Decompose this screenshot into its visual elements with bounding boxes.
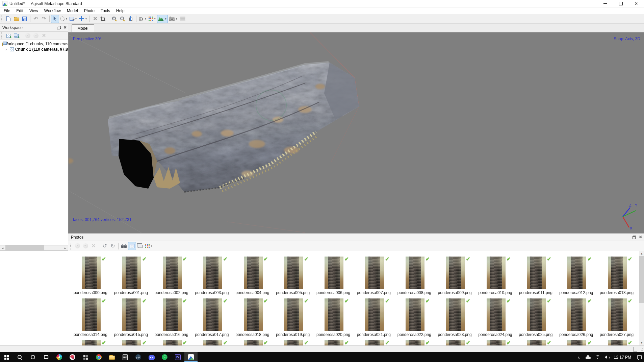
zoom-out-button[interactable] (119, 15, 127, 23)
photo-thumbnail[interactable]: ✔ponderosa020.png (313, 298, 354, 337)
photo-thumbnail[interactable]: ✔ponderosa014.png (70, 298, 111, 337)
photo-thumbnail[interactable]: ✔ (556, 340, 596, 345)
float-panel-icon[interactable] (633, 236, 636, 239)
select-arrow-button[interactable] (51, 15, 59, 23)
photo-thumbnail[interactable]: ✔ (273, 340, 313, 345)
photo-thumbnail[interactable]: ✔ponderosa012.png (556, 257, 596, 295)
taskbar-action-center[interactable] (635, 352, 644, 362)
menu-model[interactable]: Model (64, 8, 81, 14)
taskbar-app-grid[interactable] (79, 352, 92, 362)
photo-thumbnail[interactable]: ✔ponderosa008.png (394, 257, 435, 295)
tray-wifi[interactable] (593, 352, 602, 362)
photo-thumbnail[interactable]: ✔ponderosa018.png (232, 298, 273, 337)
tray-onedrive[interactable] (584, 352, 593, 362)
taskbar-steam[interactable] (132, 352, 145, 362)
new-document-button[interactable] (4, 15, 12, 23)
view-point-cloud-button[interactable]: ▼ (148, 15, 157, 23)
photo-thumbnail[interactable]: ✔ (70, 340, 111, 345)
photo-thumbnail[interactable]: ✔ponderosa025.png (515, 298, 556, 337)
photo-thumbnail[interactable]: ✔ponderosa023.png (435, 298, 475, 337)
rect-select-button[interactable]: ▼ (69, 15, 78, 23)
remove-x-button[interactable] (40, 32, 48, 40)
photo-thumbnail[interactable]: ✔ponderosa027.png (596, 298, 637, 337)
vscroll-track[interactable] (639, 256, 644, 340)
hscroll-track[interactable] (5, 245, 62, 251)
scroll-right-icon[interactable]: ▸ (62, 246, 68, 250)
photo-thumbnail[interactable]: ✔ponderosa024.png (475, 298, 516, 337)
photo-thumbnail[interactable]: ✔ (111, 340, 151, 345)
photo-thumbnail[interactable]: ✔ponderosa002.png (151, 257, 192, 295)
taskbar-chrome[interactable] (92, 352, 105, 362)
resize-grip[interactable] (640, 348, 643, 351)
photo-thumbnail[interactable]: ✔ (515, 340, 556, 345)
disable-minus-button[interactable] (81, 242, 89, 250)
photo-thumbnail[interactable]: ✔ponderosa000.png (70, 257, 111, 295)
thumbnail-size-button[interactable]: ▼ (144, 242, 154, 250)
scroll-up-icon[interactable]: ▲ (639, 251, 644, 256)
add-photos-button[interactable] (12, 32, 21, 40)
menu-workflow[interactable]: Workflow (41, 8, 64, 14)
toolbar-grip[interactable] (1, 32, 3, 39)
fit-view-button[interactable] (127, 15, 135, 23)
toolbar-grip[interactable] (1, 16, 3, 22)
expander-icon[interactable]: › (5, 48, 8, 51)
details-panes-button[interactable] (136, 242, 144, 250)
taskbar-file-explorer[interactable] (105, 352, 119, 362)
photo-thumbnail[interactable]: ✔ponderosa005.png (273, 257, 313, 295)
photo-thumbnail[interactable]: ✔ponderosa022.png (394, 298, 435, 337)
taskbar-task-view[interactable] (40, 352, 53, 362)
photo-thumbnail[interactable]: ✔ponderosa026.png (556, 298, 596, 337)
tree-item-chunk[interactable]: ›Chunk 1 (110 cameras, 97,8 (0, 47, 68, 52)
redo-button[interactable] (40, 15, 48, 23)
minimize-button[interactable] (597, 0, 613, 7)
add-chunk-button[interactable] (4, 32, 12, 40)
photo-thumbnail[interactable]: ✔ (354, 340, 394, 345)
photo-thumbnail[interactable]: ✔ (475, 340, 516, 345)
view-cameras-button[interactable]: ▼ (138, 15, 148, 23)
model-viewport[interactable]: Perspective 30° Snap: Axis, 3D faces: 30… (68, 32, 644, 233)
photo-thumbnail[interactable]: ✔ponderosa006.png (313, 257, 354, 295)
taskbar-start[interactable] (0, 352, 13, 362)
float-panel-icon[interactable] (57, 26, 61, 29)
photo-thumbnail[interactable]: ✔ponderosa016.png (151, 298, 192, 337)
tree-item-workspace[interactable]: Workspace (1 chunks, 110 cameras (0, 41, 68, 47)
crop-button[interactable] (99, 15, 107, 23)
enable-check-button[interactable] (24, 32, 32, 40)
hscroll-thumb[interactable] (5, 245, 44, 251)
rotate-right-button[interactable] (109, 242, 117, 250)
taskbar-metashape[interactable] (184, 352, 198, 362)
undo-button[interactable] (32, 15, 40, 23)
menu-photo[interactable]: Photo (81, 8, 98, 14)
photo-thumbnail[interactable]: ✔ponderosa009.png (435, 257, 475, 295)
photo-thumbnail[interactable]: ✔ponderosa001.png (111, 257, 151, 295)
workspace-hscrollbar[interactable]: ◂ ▸ (0, 245, 68, 251)
toolbar-grip[interactable] (70, 243, 72, 249)
view-photos-button[interactable]: ▼ (168, 15, 179, 23)
taskbar-spotify[interactable] (158, 352, 171, 362)
photo-thumbnail[interactable]: ✔ponderosa019.png (273, 298, 313, 337)
remove-x-button[interactable] (89, 242, 98, 250)
workspace-tree[interactable]: Workspace (1 chunks, 110 cameras›Chunk 1… (0, 40, 68, 245)
menu-help[interactable]: Help (113, 8, 128, 14)
photo-thumbnail[interactable]: ✔ponderosa010.png (475, 257, 516, 295)
photo-thumbnail[interactable]: ✔ (313, 340, 354, 345)
thumbnails-view-button[interactable] (128, 242, 136, 250)
menu-tools[interactable]: Tools (98, 8, 113, 14)
close-button[interactable] (628, 0, 644, 7)
enable-check-button[interactable] (73, 242, 81, 250)
lasso-select-button[interactable]: ▼ (59, 15, 69, 23)
menu-edit[interactable]: Edit (13, 8, 26, 14)
taskbar-search[interactable] (13, 352, 26, 362)
tray-chevron-up[interactable] (574, 352, 584, 362)
binoculars-button[interactable] (120, 242, 128, 250)
photo-thumbnail[interactable]: ✔ponderosa013.png (596, 257, 637, 295)
photo-thumbnail[interactable]: ✔ponderosa004.png (232, 257, 273, 295)
model-3d-canvas[interactable] (69, 32, 644, 233)
save-button[interactable] (21, 15, 29, 23)
menu-file[interactable]: File (1, 8, 13, 14)
navigation-button[interactable]: ▼ (78, 15, 88, 23)
taskbar-clock[interactable]: 12:17 PM (612, 355, 635, 360)
photo-thumbnail[interactable]: ✔ (435, 340, 475, 345)
photo-thumbnail[interactable]: ✔ (192, 340, 232, 345)
delete-button[interactable] (91, 15, 99, 23)
